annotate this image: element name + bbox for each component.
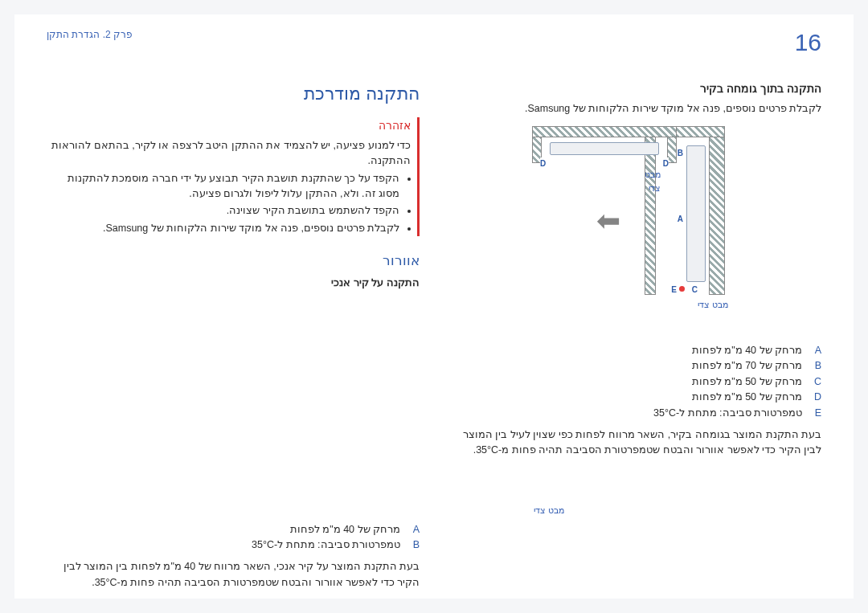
- manual-page: 16 פרק 2. הגדרת התקן התקנה מודרכת אזהרה …: [14, 14, 854, 599]
- marker-a: A: [678, 213, 683, 226]
- legend-key: D: [809, 390, 821, 405]
- warning-heading: אזהרה: [47, 117, 411, 135]
- legend-key: E: [809, 406, 821, 421]
- figure-caption: מבט צדי: [645, 168, 661, 195]
- legend-recess: Aמרחק של 40 מ"מ לפחות Bמרחק של 70 מ"מ לפ…: [448, 343, 821, 421]
- legend-text: מרחק של 70 מ"מ לפחות: [692, 358, 802, 374]
- legend-text: מרחק של 40 מ"מ לפחות: [692, 343, 802, 358]
- page-header: 16 פרק 2. הגדרת התקן: [47, 29, 821, 56]
- legend-vertical: Aמרחק של 40 מ"מ לפחות Bטמפרטורת סביבה: מ…: [47, 522, 420, 554]
- legend-text: טמפרטורת סביבה: מתחת ל-35°C: [252, 537, 400, 553]
- legend-key: B: [407, 537, 420, 553]
- dot-icon: [679, 286, 685, 292]
- legend-text: מרחק של 40 מ"מ לפחות: [290, 522, 400, 537]
- legend-text: טמפרטורת סביבה: מתחת ל-35°C: [653, 406, 802, 421]
- warning-item: הקפד על כך שהתקנת תושבת הקיר תבוצע על יד…: [47, 171, 399, 202]
- legend-key: A: [809, 343, 821, 358]
- figure-caption: מבט צדי: [47, 504, 564, 517]
- warning-item: הקפד להשתמש בתושבת הקיר שצוינה.: [47, 203, 399, 219]
- warning-block: אזהרה כדי למנוע פציעה, יש להצמיד את ההתק…: [47, 117, 420, 236]
- legend-key: C: [809, 374, 821, 390]
- marker-d: D: [540, 157, 546, 170]
- recess-body: בעת התקנת המוצר בגומחה בקיר, השאר מרווח …: [448, 427, 821, 459]
- marker-e: E: [671, 284, 677, 296]
- marker-d: D: [663, 157, 669, 170]
- marker-c: C: [692, 284, 698, 296]
- legend-text: מרחק של 50 מ"מ לפחות: [692, 374, 802, 390]
- recess-sub: לקבלת פרטים נוספים, פנה אל מוקד שירות הל…: [448, 101, 821, 116]
- figure-caption: מבט צדי: [640, 298, 728, 312]
- figure-recess-row: B A C E מבט צדי ⬅ D D: [448, 118, 725, 311]
- breadcrumb: פרק 2. הגדרת התקן: [47, 29, 133, 40]
- ventilation-title: אוורור: [47, 251, 420, 272]
- section-title: התקנה מודרכת: [47, 80, 420, 108]
- page-number: 16: [795, 29, 821, 56]
- legend-key: A: [407, 522, 420, 537]
- marker-b: B: [678, 147, 683, 160]
- warning-list: הקפד על כך שהתקנת תושבת הקיר תבוצע על יד…: [47, 171, 399, 237]
- arrow-left-icon: ⬅: [596, 198, 620, 243]
- warning-item: לקבלת פרטים נוספים, פנה אל מוקד שירות הל…: [47, 221, 399, 236]
- ventilation-subtitle: התקנה על קיר אנכי: [47, 275, 420, 291]
- legend-key: B: [809, 358, 821, 374]
- recess-title: התקנה בתוך גומחה בקיר: [448, 80, 821, 98]
- legend-text: מרחק של 50 מ"מ לפחות: [692, 390, 802, 405]
- right-column: התקנה מודרכת אזהרה כדי למנוע פציעה, יש ל…: [47, 80, 420, 591]
- ventilation-body: בעת התקנת המוצר על קיר אנכי, השאר מרווח …: [47, 559, 420, 591]
- warning-intro: כדי למנוע פציעה, יש להצמיד את ההתקן היטב…: [47, 138, 411, 170]
